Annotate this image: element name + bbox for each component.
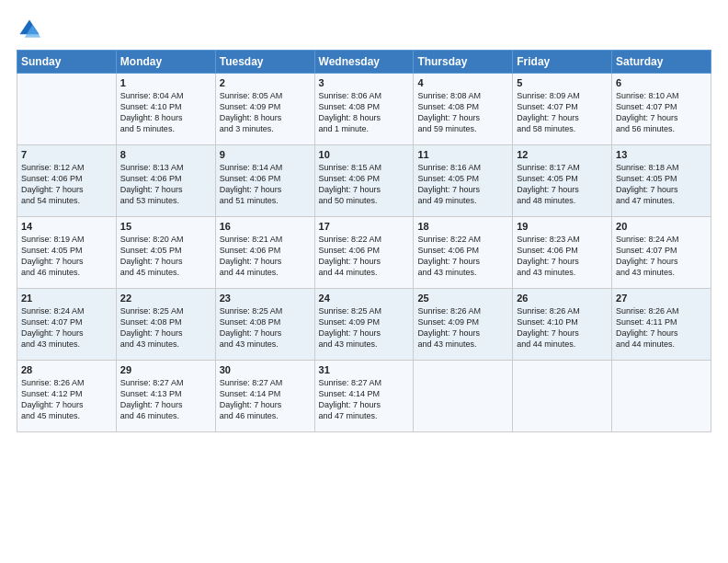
- col-header-tuesday: Tuesday: [215, 51, 314, 74]
- cell-info: Sunrise: 8:17 AM Sunset: 4:05 PM Dayligh…: [517, 162, 608, 207]
- calendar-cell: [612, 361, 711, 432]
- day-number: 12: [517, 149, 608, 160]
- day-number: 25: [417, 293, 508, 304]
- day-number: 24: [319, 293, 410, 304]
- cell-info: Sunrise: 8:26 AM Sunset: 4:11 PM Dayligh…: [616, 305, 707, 350]
- col-header-monday: Monday: [116, 51, 215, 74]
- cell-info: Sunrise: 8:14 AM Sunset: 4:06 PM Dayligh…: [220, 162, 311, 207]
- cell-info: Sunrise: 8:18 AM Sunset: 4:05 PM Dayligh…: [616, 162, 707, 207]
- calendar-cell: [414, 361, 513, 432]
- page: SundayMondayTuesdayWednesdayThursdayFrid…: [0, 0, 728, 563]
- cell-info: Sunrise: 8:25 AM Sunset: 4:09 PM Dayligh…: [319, 305, 410, 350]
- cell-info: Sunrise: 8:04 AM Sunset: 4:10 PM Dayligh…: [120, 90, 211, 135]
- header-row: SundayMondayTuesdayWednesdayThursdayFrid…: [17, 51, 711, 74]
- day-number: 1: [120, 77, 211, 88]
- cell-info: Sunrise: 8:22 AM Sunset: 4:06 PM Dayligh…: [417, 234, 508, 279]
- cell-info: Sunrise: 8:20 AM Sunset: 4:05 PM Dayligh…: [120, 234, 211, 279]
- calendar-cell: 25Sunrise: 8:26 AM Sunset: 4:09 PM Dayli…: [414, 289, 513, 361]
- calendar-cell: 30Sunrise: 8:27 AM Sunset: 4:14 PM Dayli…: [215, 361, 314, 432]
- cell-info: Sunrise: 8:26 AM Sunset: 4:10 PM Dayligh…: [517, 305, 608, 350]
- day-number: 5: [517, 77, 608, 88]
- calendar-cell: 3Sunrise: 8:06 AM Sunset: 4:08 PM Daylig…: [314, 74, 414, 145]
- day-number: 20: [616, 221, 707, 232]
- calendar-table: SundayMondayTuesdayWednesdayThursdayFrid…: [17, 50, 711, 432]
- cell-info: Sunrise: 8:08 AM Sunset: 4:08 PM Dayligh…: [417, 90, 508, 135]
- day-number: 4: [417, 77, 508, 88]
- calendar-cell: 15Sunrise: 8:20 AM Sunset: 4:05 PM Dayli…: [116, 217, 215, 289]
- day-number: 31: [319, 364, 410, 375]
- week-row-0: 1Sunrise: 8:04 AM Sunset: 4:10 PM Daylig…: [17, 74, 711, 145]
- cell-info: Sunrise: 8:24 AM Sunset: 4:07 PM Dayligh…: [21, 305, 112, 350]
- day-number: 16: [220, 221, 311, 232]
- cell-info: Sunrise: 8:25 AM Sunset: 4:08 PM Dayligh…: [120, 305, 211, 350]
- cell-info: Sunrise: 8:09 AM Sunset: 4:07 PM Dayligh…: [517, 90, 608, 135]
- cell-info: Sunrise: 8:27 AM Sunset: 4:13 PM Dayligh…: [120, 377, 211, 422]
- day-number: 9: [220, 149, 311, 160]
- calendar-cell: [17, 74, 117, 145]
- col-header-saturday: Saturday: [612, 51, 711, 74]
- day-number: 11: [417, 149, 508, 160]
- calendar-cell: 5Sunrise: 8:09 AM Sunset: 4:07 PM Daylig…: [513, 74, 612, 145]
- week-row-4: 28Sunrise: 8:26 AM Sunset: 4:12 PM Dayli…: [17, 361, 711, 432]
- cell-info: Sunrise: 8:19 AM Sunset: 4:05 PM Dayligh…: [21, 234, 112, 279]
- calendar-cell: 14Sunrise: 8:19 AM Sunset: 4:05 PM Dayli…: [17, 217, 117, 289]
- cell-info: Sunrise: 8:10 AM Sunset: 4:07 PM Dayligh…: [616, 90, 707, 135]
- calendar-cell: 6Sunrise: 8:10 AM Sunset: 4:07 PM Daylig…: [612, 74, 711, 145]
- calendar-cell: 22Sunrise: 8:25 AM Sunset: 4:08 PM Dayli…: [116, 289, 215, 361]
- calendar-cell: 24Sunrise: 8:25 AM Sunset: 4:09 PM Dayli…: [314, 289, 414, 361]
- calendar-cell: 17Sunrise: 8:22 AM Sunset: 4:06 PM Dayli…: [314, 217, 414, 289]
- header: [17, 17, 711, 42]
- calendar-cell: 13Sunrise: 8:18 AM Sunset: 4:05 PM Dayli…: [612, 145, 711, 217]
- week-row-3: 21Sunrise: 8:24 AM Sunset: 4:07 PM Dayli…: [17, 289, 711, 361]
- day-number: 3: [319, 77, 410, 88]
- cell-info: Sunrise: 8:16 AM Sunset: 4:05 PM Dayligh…: [417, 162, 508, 207]
- day-number: 17: [319, 221, 410, 232]
- calendar-cell: 10Sunrise: 8:15 AM Sunset: 4:06 PM Dayli…: [314, 145, 414, 217]
- cell-info: Sunrise: 8:13 AM Sunset: 4:06 PM Dayligh…: [120, 162, 211, 207]
- cell-info: Sunrise: 8:23 AM Sunset: 4:06 PM Dayligh…: [517, 234, 608, 279]
- day-number: 10: [319, 149, 410, 160]
- day-number: 13: [616, 149, 707, 160]
- day-number: 2: [220, 77, 311, 88]
- day-number: 21: [21, 293, 112, 304]
- day-number: 27: [616, 293, 707, 304]
- logo-icon: [17, 17, 42, 42]
- day-number: 18: [417, 221, 508, 232]
- calendar-cell: 4Sunrise: 8:08 AM Sunset: 4:08 PM Daylig…: [414, 74, 513, 145]
- cell-info: Sunrise: 8:25 AM Sunset: 4:08 PM Dayligh…: [220, 305, 311, 350]
- week-row-1: 7Sunrise: 8:12 AM Sunset: 4:06 PM Daylig…: [17, 145, 711, 217]
- day-number: 26: [517, 293, 608, 304]
- day-number: 8: [120, 149, 211, 160]
- calendar-cell: 1Sunrise: 8:04 AM Sunset: 4:10 PM Daylig…: [116, 74, 215, 145]
- calendar-cell: 9Sunrise: 8:14 AM Sunset: 4:06 PM Daylig…: [215, 145, 314, 217]
- day-number: 29: [120, 364, 211, 375]
- logo: [17, 17, 46, 42]
- calendar-cell: 26Sunrise: 8:26 AM Sunset: 4:10 PM Dayli…: [513, 289, 612, 361]
- cell-info: Sunrise: 8:21 AM Sunset: 4:06 PM Dayligh…: [220, 234, 311, 279]
- cell-info: Sunrise: 8:26 AM Sunset: 4:09 PM Dayligh…: [417, 305, 508, 350]
- col-header-wednesday: Wednesday: [314, 51, 414, 74]
- calendar-cell: 23Sunrise: 8:25 AM Sunset: 4:08 PM Dayli…: [215, 289, 314, 361]
- calendar-cell: 20Sunrise: 8:24 AM Sunset: 4:07 PM Dayli…: [612, 217, 711, 289]
- calendar-cell: 16Sunrise: 8:21 AM Sunset: 4:06 PM Dayli…: [215, 217, 314, 289]
- calendar-cell: 11Sunrise: 8:16 AM Sunset: 4:05 PM Dayli…: [414, 145, 513, 217]
- cell-info: Sunrise: 8:05 AM Sunset: 4:09 PM Dayligh…: [220, 90, 311, 135]
- calendar-cell: [513, 361, 612, 432]
- day-number: 14: [21, 221, 112, 232]
- calendar-cell: 21Sunrise: 8:24 AM Sunset: 4:07 PM Dayli…: [17, 289, 117, 361]
- calendar-cell: 27Sunrise: 8:26 AM Sunset: 4:11 PM Dayli…: [612, 289, 711, 361]
- day-number: 6: [616, 77, 707, 88]
- cell-info: Sunrise: 8:26 AM Sunset: 4:12 PM Dayligh…: [21, 377, 112, 422]
- day-number: 28: [21, 364, 112, 375]
- day-number: 19: [517, 221, 608, 232]
- calendar-cell: 2Sunrise: 8:05 AM Sunset: 4:09 PM Daylig…: [215, 74, 314, 145]
- calendar-cell: 28Sunrise: 8:26 AM Sunset: 4:12 PM Dayli…: [17, 361, 117, 432]
- week-row-2: 14Sunrise: 8:19 AM Sunset: 4:05 PM Dayli…: [17, 217, 711, 289]
- day-number: 7: [21, 149, 112, 160]
- col-header-sunday: Sunday: [17, 51, 117, 74]
- cell-info: Sunrise: 8:12 AM Sunset: 4:06 PM Dayligh…: [21, 162, 112, 207]
- calendar-cell: 7Sunrise: 8:12 AM Sunset: 4:06 PM Daylig…: [17, 145, 117, 217]
- col-header-thursday: Thursday: [414, 51, 513, 74]
- cell-info: Sunrise: 8:27 AM Sunset: 4:14 PM Dayligh…: [319, 377, 410, 422]
- calendar-cell: 12Sunrise: 8:17 AM Sunset: 4:05 PM Dayli…: [513, 145, 612, 217]
